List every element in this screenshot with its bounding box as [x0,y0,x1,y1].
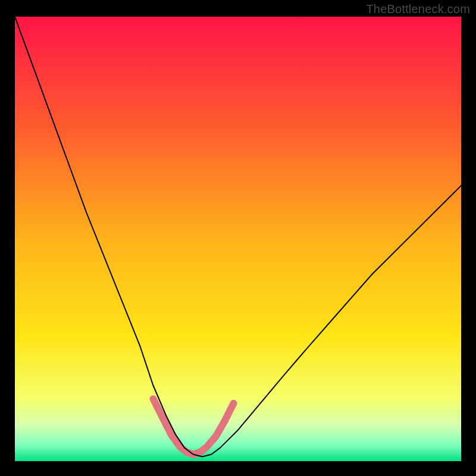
plot-area [15,17,461,461]
chart-svg [15,17,461,461]
chart-frame: TheBottleneck.com [0,0,476,476]
watermark-text: TheBottleneck.com [366,2,470,16]
gradient-background [15,17,461,461]
